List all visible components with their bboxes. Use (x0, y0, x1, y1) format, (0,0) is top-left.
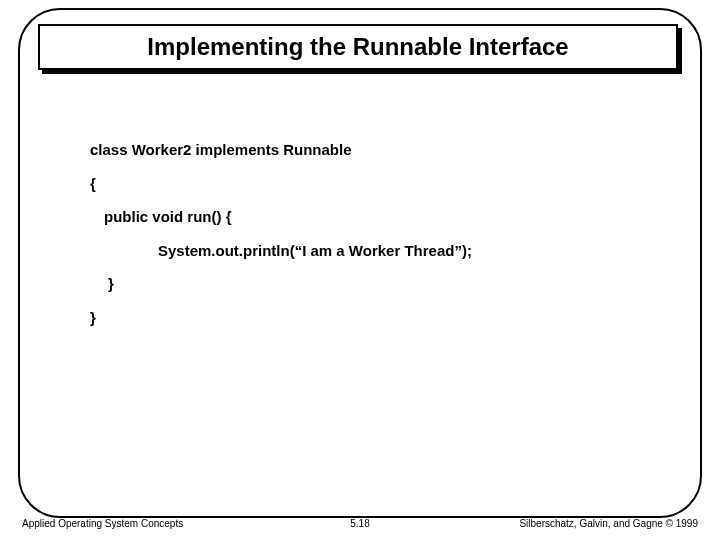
code-line: class Worker2 implements Runnable (90, 140, 650, 160)
code-line: System.out.println(“I am a Worker Thread… (90, 241, 650, 261)
slide-title: Implementing the Runnable Interface (147, 33, 568, 61)
code-line: } (90, 274, 650, 294)
code-line: { (90, 174, 650, 194)
code-line: } (90, 308, 650, 328)
footer-right: Silberschatz, Galvin, and Gagne © 1999 (519, 518, 698, 529)
code-line: public void run() { (90, 207, 650, 227)
code-block: class Worker2 implements Runnable { publ… (90, 140, 650, 341)
title-box: Implementing the Runnable Interface (38, 24, 678, 70)
footer: Applied Operating System Concepts 5.18 S… (18, 518, 702, 532)
